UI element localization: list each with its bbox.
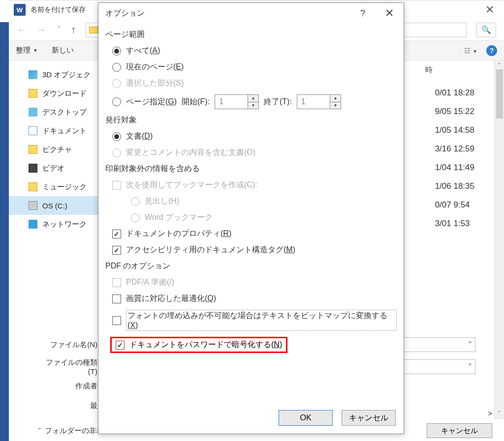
file-date: 1/05 14:58 (435, 125, 474, 144)
checkbox-icon (112, 246, 121, 255)
check-pdfa: PDF/A 準拠(/) (112, 277, 397, 288)
check-accessibility[interactable]: アクセシビリティ用のドキュメント構造タグ(M) (112, 245, 397, 255)
spin-down-icon[interactable]: ▼ (330, 102, 341, 109)
back-arrow-icon[interactable]: ← (17, 24, 27, 35)
range-from-input[interactable]: 1 ▲▼ (215, 94, 259, 109)
check-properties[interactable]: ドキュメントのプロパティ(R) (112, 229, 397, 239)
chevron-up-icon: ˆ (38, 427, 41, 435)
filetype-label: ファイルの種類(T) (38, 358, 97, 376)
col-date-header[interactable]: 時 (425, 65, 433, 75)
file-date: 0/07 9:54 (435, 200, 474, 219)
spin-down-icon[interactable]: ▼ (248, 102, 258, 109)
tree-item-desktop[interactable]: デスクトップ (29, 103, 107, 121)
radio-document-markup: 変更とコメントの内容を含む文書(O) (112, 147, 397, 158)
section-publish: 発行対象 (105, 115, 397, 125)
tree-item-3dobjects[interactable]: 3D オブジェク (29, 65, 107, 84)
saveas-cancel-button[interactable]: キャンセル (427, 423, 492, 438)
downloads-icon (29, 89, 37, 98)
saveas-title: 名前を付けて保存 (31, 5, 86, 14)
videos-icon (29, 164, 37, 173)
scroll-up-icon[interactable]: ˆ (499, 62, 501, 69)
file-date: 1/04 11:49 (435, 163, 474, 181)
file-date: 3/16 12:59 (435, 144, 474, 163)
section-page-range: ページ範囲 (105, 29, 397, 40)
radio-icon (112, 132, 121, 141)
radio-document[interactable]: 文書(D) (112, 131, 397, 142)
tree-item-network[interactable]: ネットワーク (29, 215, 107, 234)
check-quality[interactable]: 画質に対応した最適化(Q) (112, 294, 397, 304)
music-icon (29, 182, 37, 191)
checkbox-icon (112, 181, 121, 190)
filename-label: ファイル名(N) (38, 340, 97, 350)
forward-arrow-icon[interactable]: → (36, 24, 46, 35)
spin-up-icon[interactable]: ▲ (248, 95, 258, 102)
radio-current-page[interactable]: 現在のページ(E) (112, 62, 397, 72)
ok-button[interactable]: OK (279, 410, 333, 426)
section-pdf: PDF のオプション (105, 261, 397, 271)
help-icon[interactable]: ? (486, 45, 497, 56)
file-date: 3/01 1:53 (435, 219, 474, 237)
desktop-icon (29, 108, 37, 117)
checkbox-icon (112, 316, 121, 325)
caret-down-icon: ▼ (33, 48, 38, 53)
objects3d-icon (29, 70, 37, 79)
file-date: 0/01 18:28 (435, 88, 474, 107)
radio-icon (112, 79, 121, 88)
radio-page-range[interactable]: ページ指定(G) 開始(F): 1 ▲▼ 終了(T): 1 ▲▼ (112, 94, 397, 109)
radio-icon (112, 148, 121, 157)
radio-all[interactable]: すべて(A) (112, 46, 397, 56)
radio-icon (131, 213, 140, 222)
search-box[interactable]: 🔍 (476, 23, 496, 37)
tree-item-os-c[interactable]: OS (C:) (9, 196, 107, 215)
word-icon: W (14, 4, 26, 16)
radio-icon (112, 47, 121, 56)
radio-selection: 選択した部分(S) (112, 78, 397, 88)
scrollbar-thumb[interactable] (496, 69, 503, 118)
checkbox-icon (112, 230, 121, 238)
range-to-label: 終了(T): (264, 97, 292, 107)
organize-menu[interactable]: 整理▼ (16, 46, 38, 55)
range-to-input[interactable]: 1 ▲▼ (297, 94, 341, 109)
up-arrow-icon[interactable]: ↑ (71, 24, 76, 35)
saveas-close-icon[interactable]: ✕ (480, 3, 499, 16)
options-titlebar: オプション ? ✕ (98, 3, 404, 24)
radio-icon (112, 63, 121, 72)
section-include: 印刷対象外の情報を含める (105, 164, 397, 174)
radio-headings: 見出し(H) (131, 196, 397, 206)
checkbox-icon (112, 278, 121, 287)
checkbox-icon[interactable] (116, 341, 125, 350)
check-bitmap[interactable]: フォントの埋め込みが不可能な場合はテキストをビットマップに変換する(X) (112, 310, 397, 331)
drive-icon (29, 201, 37, 210)
pictures-icon (29, 145, 37, 154)
network-icon (29, 220, 37, 229)
check-encrypt-label[interactable]: ドキュメントをパスワードで暗号化する(N) (129, 340, 282, 350)
author-label: 作成者 (38, 382, 97, 391)
options-dialog: オプション ? ✕ ページ範囲 すべて(A) 現在のページ(E) 選択した部分(… (98, 2, 404, 434)
app-edge (0, 22, 9, 441)
check-encrypt-highlight: ドキュメントをパスワードで暗号化する(N) (110, 337, 287, 353)
checkbox-icon (112, 294, 121, 303)
folder-icon (89, 27, 98, 33)
check-bookmarks: 次を使用してブックマークを作成(C): (112, 180, 397, 190)
radio-icon (112, 97, 121, 106)
tree-item-downloads[interactable]: ダウンロード (29, 84, 107, 103)
recent-label: 最 (38, 401, 97, 411)
options-close-icon[interactable]: ✕ (382, 7, 397, 20)
spin-up-icon[interactable]: ▲ (330, 95, 341, 102)
tree-item-pictures[interactable]: ピクチャ (29, 140, 107, 159)
new-folder-menu[interactable]: 新しい (52, 46, 74, 55)
tree-item-music[interactable]: ミュージック (29, 177, 107, 196)
options-title: オプション (105, 8, 145, 19)
documents-icon (29, 126, 37, 135)
cancel-button[interactable]: キャンセル (342, 410, 396, 426)
file-date: 1/06 18:35 (435, 181, 474, 200)
tree-item-videos[interactable]: ビデオ (29, 159, 107, 177)
recent-caret-icon[interactable]: ˅ (56, 24, 61, 36)
view-menu[interactable]: ☷ ▼ (464, 47, 477, 55)
radio-word-bookmarks: Word ブックマーク (131, 212, 397, 223)
file-date: 9/05 15:22 (435, 107, 474, 125)
range-from-label: 開始(F): (182, 97, 210, 107)
options-help-icon[interactable]: ? (357, 8, 368, 19)
tree-item-documents[interactable]: ドキュメント (29, 121, 107, 140)
radio-icon (131, 197, 140, 206)
